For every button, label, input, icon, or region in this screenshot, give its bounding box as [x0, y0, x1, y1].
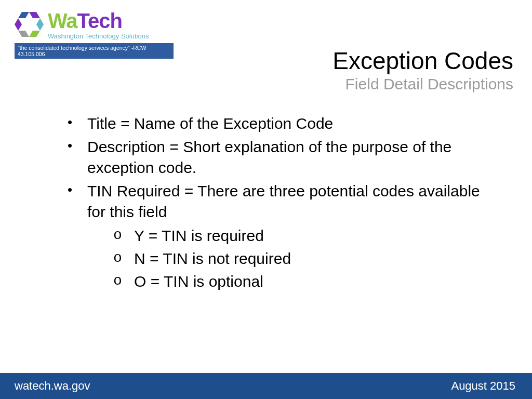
logo-title: WaTech [48, 10, 149, 31]
logo-tech-text: Tech [77, 9, 122, 32]
footer-bar: watech.wa.gov August 2015 [0, 373, 532, 399]
logo-area: WaTech Washington Technology Solutions "… [15, 10, 176, 59]
svg-marker-1 [29, 12, 40, 18]
svg-marker-3 [29, 31, 40, 37]
logo-subtitle: Washington Technology Solutions [48, 32, 149, 40]
footer-date: August 2015 [451, 379, 515, 393]
footer-url: watech.wa.gov [15, 379, 90, 393]
svg-marker-2 [36, 18, 44, 31]
bullet-item: Description = Short explanation of the p… [61, 137, 501, 179]
svg-marker-0 [18, 12, 29, 18]
logo-row: WaTech Washington Technology Solutions [15, 10, 176, 40]
svg-marker-5 [15, 18, 22, 31]
logo-text-block: WaTech Washington Technology Solutions [48, 10, 149, 40]
bullet-text: TIN Required = There are three potential… [87, 182, 480, 221]
content-area: Title = Name of the Exception Code Descr… [61, 113, 501, 295]
bullet-item: TIN Required = There are three potential… [61, 181, 501, 292]
sub-item: Y = TIN is required [107, 225, 501, 247]
svg-marker-4 [18, 31, 29, 37]
sub-item: N = TIN is not required [107, 248, 501, 270]
sub-item: O = TIN is optional [107, 271, 501, 292]
hex-logo-icon [15, 12, 44, 39]
page-title: Exception Codes [332, 48, 513, 74]
heading-area: Exception Codes Field Detail Description… [332, 48, 513, 93]
bullet-item: Title = Name of the Exception Code [61, 113, 501, 135]
logo-wa-text: Wa [48, 9, 77, 32]
logo-banner: "the consolidated technology services ag… [15, 43, 174, 59]
bullet-list: Title = Name of the Exception Code Descr… [61, 113, 501, 292]
sub-list: Y = TIN is required N = TIN is not requi… [107, 225, 501, 292]
page-subtitle: Field Detail Descriptions [332, 75, 513, 93]
